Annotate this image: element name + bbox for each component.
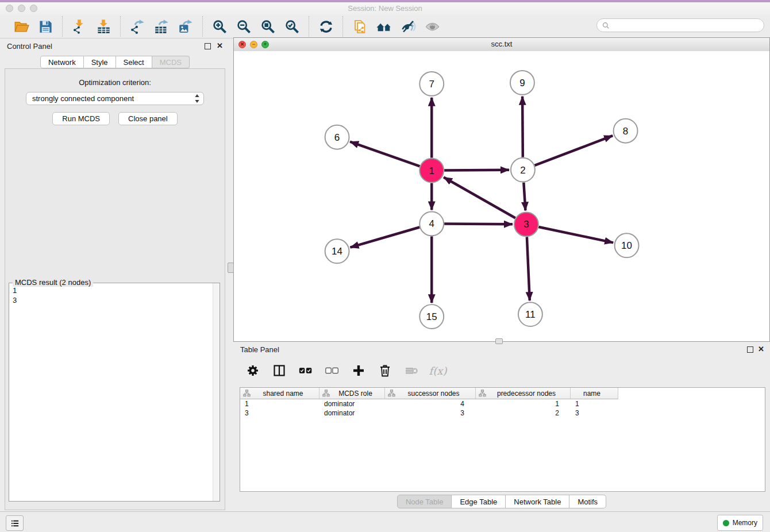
network-canvas[interactable]: 7968124314101511: [234, 51, 769, 341]
column-header-predecessor-nodes[interactable]: predecessor nodes: [476, 388, 571, 399]
combo-chevrons-icon: [194, 94, 200, 103]
zoom-selected-icon[interactable]: [284, 18, 300, 34]
network-window-title: scc.txt: [234, 40, 769, 48]
tab-network-table[interactable]: Network Table: [506, 495, 569, 508]
edge-1-6[interactable]: [350, 142, 419, 167]
table-cell: dominator: [319, 399, 385, 408]
table-panel-title: Table Panel: [240, 345, 279, 354]
mcds-panel: Optimization criterion: strongly connect…: [5, 68, 225, 510]
table-cell: 3: [571, 408, 618, 418]
edge-4-3[interactable]: [444, 224, 513, 225]
run-mcds-button[interactable]: Run MCDS: [52, 112, 110, 125]
table-cell: 1: [571, 399, 618, 408]
memory-button[interactable]: Memory: [717, 515, 763, 531]
result-scrollbar[interactable]: [213, 283, 220, 501]
table-body: 1dominator4113dominator323: [240, 399, 765, 418]
column-header-shared-name[interactable]: shared name: [240, 388, 319, 399]
edge-1-2[interactable]: [444, 170, 509, 171]
float-table-panel-icon[interactable]: [747, 346, 753, 353]
close-table-panel-icon[interactable]: ✕: [758, 345, 764, 353]
zoom-fit-icon[interactable]: [260, 18, 276, 34]
search-icon: [602, 21, 610, 30]
select-all-icon[interactable]: [298, 363, 314, 379]
export-table-icon[interactable]: [153, 18, 170, 34]
tab-mcds[interactable]: MCDS: [152, 56, 190, 68]
node-label-14: 14: [332, 246, 342, 257]
toolbar-group: [309, 16, 342, 37]
table-cell: 3: [240, 408, 319, 418]
node-label-15: 15: [426, 311, 437, 322]
node-label-10: 10: [621, 240, 632, 251]
float-panel-icon[interactable]: [205, 43, 211, 49]
column-header-successor-nodes[interactable]: successor nodes: [385, 388, 476, 399]
tab-select[interactable]: Select: [116, 56, 152, 68]
toolbar-group: [342, 16, 449, 37]
close-panel-icon[interactable]: ✕: [217, 41, 223, 50]
table-mode-icon[interactable]: [245, 363, 261, 379]
network-window-titlebar[interactable]: ✕ − + scc.txt: [234, 38, 769, 52]
deselect-all-icon[interactable]: [324, 363, 340, 379]
node-label-1: 1: [429, 165, 434, 176]
search-input[interactable]: [613, 21, 759, 30]
edge-2-9[interactable]: [522, 97, 523, 157]
trash-icon[interactable]: [377, 363, 393, 379]
column-header-name[interactable]: name: [571, 388, 618, 399]
close-panel-button[interactable]: Close panel: [118, 112, 178, 125]
table-panel: Table Panel ✕ f(x) shared nameMCDS roles…: [233, 342, 770, 511]
table-tabs: Node TableEdge TableNetwork TableMotifs: [233, 495, 770, 508]
search-box[interactable]: [596, 18, 764, 32]
edge-2-8[interactable]: [534, 136, 613, 165]
tab-edge-table[interactable]: Edge Table: [452, 495, 506, 508]
table-row[interactable]: 3dominator323: [240, 408, 765, 418]
show-columns-icon[interactable]: [271, 363, 287, 379]
save-session-icon[interactable]: [37, 18, 53, 34]
tab-style[interactable]: Style: [84, 56, 116, 68]
table-cell: 1: [476, 399, 571, 408]
mcds-result-list: 13: [13, 286, 210, 305]
function-builder-icon: f(x): [430, 363, 446, 379]
toolbar-group: [62, 16, 120, 37]
edge-3-1[interactable]: [444, 177, 515, 218]
column-tree-icon: [322, 390, 330, 397]
network-view-window: ✕ − + scc.txt 7968124314101511: [233, 37, 770, 342]
node-label-9: 9: [519, 78, 525, 88]
edge-4-14[interactable]: [351, 227, 420, 247]
import-network-icon[interactable]: [71, 18, 87, 34]
tab-network[interactable]: Network: [40, 56, 84, 68]
edge-2-3[interactable]: [523, 183, 525, 211]
column-tree-icon: [388, 390, 395, 397]
control-panel-tabs: NetworkStyleSelectMCDS: [0, 56, 230, 68]
add-icon[interactable]: [351, 363, 367, 379]
edge-3-11[interactable]: [527, 237, 530, 300]
import-table-icon[interactable]: [95, 18, 111, 34]
optimization-select-value: strongly connected component: [32, 94, 194, 103]
export-image-icon[interactable]: [178, 18, 194, 34]
control-panel-title: Control Panel: [7, 42, 52, 51]
tab-motifs[interactable]: Motifs: [569, 495, 606, 508]
panel-splitter-grip[interactable]: [228, 263, 234, 273]
mcds-result-box: MCDS result (2 nodes) 13: [9, 283, 220, 502]
zoom-in-icon[interactable]: [211, 18, 228, 34]
zoom-out-icon[interactable]: [236, 18, 252, 34]
toolbar-group: [202, 16, 309, 37]
node-label-7: 7: [429, 79, 434, 90]
refresh-icon[interactable]: [318, 18, 334, 34]
window-titlebar: Session: New Session: [0, 2, 770, 16]
network-graph[interactable]: 7968124314101511: [234, 51, 769, 341]
hide-graphics-details-icon[interactable]: [400, 18, 416, 34]
optimization-criterion-label: Optimization criterion:: [5, 78, 225, 87]
node-label-4: 4: [429, 218, 434, 229]
column-header-mcds-role[interactable]: MCDS role: [319, 388, 385, 399]
table-cell: 2: [476, 408, 571, 418]
tab-node-table[interactable]: Node Table: [397, 495, 452, 508]
task-history-button[interactable]: [6, 515, 24, 531]
export-network-icon[interactable]: [129, 18, 145, 34]
table-row[interactable]: 1dominator411: [240, 399, 765, 408]
open-session-icon[interactable]: [13, 18, 29, 34]
homes-icon[interactable]: [376, 18, 392, 34]
horizontal-splitter-grip[interactable]: [495, 338, 503, 344]
edge-3-10[interactable]: [538, 227, 613, 242]
column-tree-icon: [243, 390, 251, 397]
clone-network-icon[interactable]: [352, 18, 368, 34]
optimization-select[interactable]: strongly connected component: [26, 92, 204, 105]
